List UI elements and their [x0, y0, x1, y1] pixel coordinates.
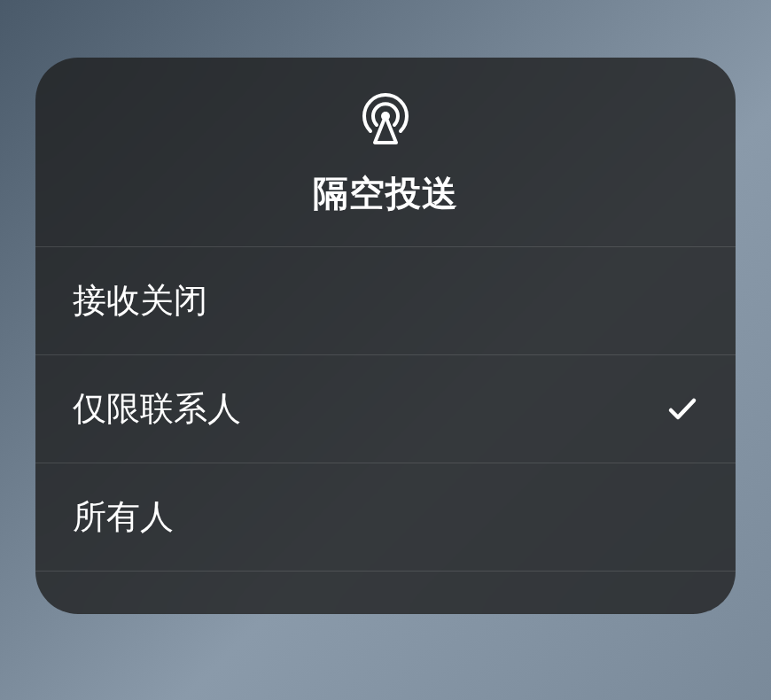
option-label: 仅限联系人	[73, 386, 241, 432]
panel-footer	[35, 572, 736, 614]
option-label: 接收关闭	[73, 278, 207, 323]
option-everyone[interactable]: 所有人	[35, 463, 736, 572]
option-contacts-only[interactable]: 仅限联系人	[35, 355, 736, 463]
option-label: 所有人	[73, 494, 174, 540]
airdrop-settings-panel: 隔空投送 接收关闭 仅限联系人 所有人	[35, 58, 736, 614]
airdrop-icon	[357, 91, 414, 148]
checkmark-icon	[666, 393, 698, 425]
option-receiving-off[interactable]: 接收关闭	[35, 247, 736, 355]
panel-header: 隔空投送	[35, 58, 736, 247]
panel-title: 隔空投送	[313, 169, 458, 218]
svg-point-0	[381, 112, 390, 121]
